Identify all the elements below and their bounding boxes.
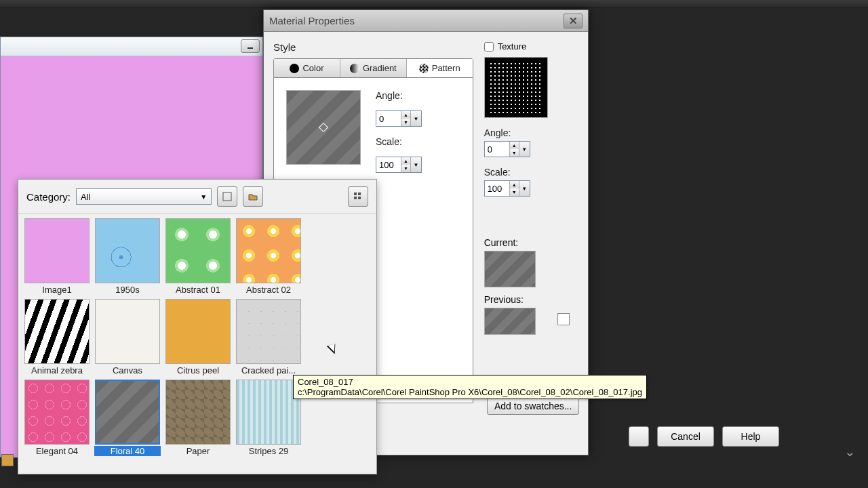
tex-scale-dd-icon[interactable]: ▼ — [519, 181, 530, 196]
thumb-image — [24, 299, 90, 364]
thumb-label: Abstract 02 — [235, 285, 302, 295]
thumb-label: Abstract 01 — [165, 285, 231, 295]
tab-pattern[interactable]: Pattern — [407, 59, 473, 77]
previous-label: Previous: — [484, 294, 578, 305]
grid-icon — [353, 192, 363, 201]
svg-rect-0 — [248, 47, 253, 49]
scale-label: Scale: — [376, 136, 422, 147]
pattern-thumb[interactable]: Paper — [165, 380, 231, 456]
thumb-label: Stripes 29 — [235, 446, 302, 456]
thumb-image — [95, 299, 160, 364]
canvas-titlebar[interactable] — [1, 37, 262, 56]
close-button[interactable]: ✕ — [564, 14, 583, 28]
tex-angle-down-icon[interactable]: ▼ — [510, 149, 519, 157]
tex-scale-field[interactable] — [485, 181, 509, 196]
thumb-label: Paper — [165, 446, 231, 456]
close-icon: ✕ — [569, 15, 578, 27]
thumb-image — [165, 380, 231, 445]
folder-icon — [248, 192, 258, 201]
scale-dropdown-icon[interactable]: ▼ — [410, 157, 421, 172]
app-top-bar — [0, 0, 868, 8]
scale-input[interactable]: ▲▼ ▼ — [376, 157, 422, 173]
view-mode-button-1[interactable] — [217, 186, 237, 207]
cancel-button[interactable]: Cancel — [657, 426, 714, 447]
pattern-preview[interactable] — [286, 90, 361, 165]
thumb-label: Citrus peel — [165, 365, 231, 375]
scale-field[interactable] — [376, 157, 401, 172]
scale-down-icon[interactable]: ▼ — [401, 165, 410, 172]
thumb-label: 1950s — [94, 285, 161, 295]
dialog-button-row: Cancel Help — [629, 426, 779, 447]
tex-angle-field[interactable] — [485, 142, 509, 157]
tex-scale-down-icon[interactable]: ▼ — [510, 188, 519, 196]
tab-color-label: Color — [302, 63, 323, 73]
tex-angle-input[interactable]: ▲▼ ▼ — [484, 141, 530, 157]
thumb-image — [24, 218, 90, 283]
thumb-label: Elegant 04 — [24, 446, 90, 456]
tab-gradient[interactable]: Gradient — [340, 59, 407, 77]
tex-angle-up-icon[interactable]: ▲ — [510, 142, 519, 149]
thumb-label: Image1 — [24, 285, 90, 295]
ok-button-partial[interactable] — [629, 426, 649, 447]
tex-scale-input[interactable]: ▲▼ ▼ — [484, 180, 530, 197]
texture-label: Texture — [498, 41, 527, 52]
texture-preview[interactable] — [484, 57, 548, 118]
tex-scale-up-icon[interactable]: ▲ — [510, 181, 519, 188]
swatch-mode-icon[interactable] — [557, 313, 570, 325]
thumb-image — [236, 299, 301, 364]
thumb-image — [165, 218, 231, 283]
minimize-icon — [246, 42, 254, 50]
mouse-cursor-icon — [330, 342, 339, 357]
current-swatch[interactable] — [484, 251, 536, 287]
angle-field[interactable] — [376, 111, 401, 126]
pattern-thumb[interactable]: Cracked pai... — [235, 299, 302, 375]
pattern-thumb[interactable]: Elegant 04 — [24, 380, 90, 456]
pattern-thumb[interactable]: 1950s — [94, 218, 161, 295]
tab-color[interactable]: Color — [274, 59, 340, 77]
angle-input[interactable]: ▲▼ ▼ — [376, 110, 422, 127]
thumb-image — [95, 380, 160, 445]
pattern-thumb[interactable]: Image1 — [24, 218, 90, 295]
gradient-icon — [350, 64, 359, 73]
pattern-thumb[interactable]: Floral 40 — [94, 380, 161, 456]
scale-up-icon[interactable]: ▲ — [401, 157, 410, 165]
svg-rect-5 — [358, 197, 361, 199]
pattern-thumb[interactable]: Animal zebra — [24, 299, 90, 375]
pattern-thumb[interactable]: Abstract 01 — [165, 218, 231, 295]
svg-rect-3 — [358, 192, 361, 195]
pattern-picker-popup: Category: All ▼ Image11950sAbstract 01Ab… — [18, 179, 377, 474]
pattern-thumb[interactable]: Abstract 02 — [235, 218, 302, 295]
pattern-thumb[interactable]: Stripes 29 — [235, 380, 302, 456]
pattern-thumb[interactable]: Canvas — [94, 299, 161, 375]
angle-dropdown-icon[interactable]: ▼ — [410, 111, 421, 126]
thumb-image — [165, 299, 231, 364]
texture-check-input[interactable] — [484, 42, 494, 52]
svg-rect-4 — [354, 197, 357, 199]
dialog-titlebar[interactable]: Material Properties ✕ — [264, 10, 588, 32]
taskbar-icon[interactable] — [1, 454, 14, 466]
texture-checkbox[interactable]: Texture — [484, 41, 578, 52]
category-label: Category: — [26, 191, 71, 203]
tab-pattern-label: Pattern — [432, 63, 460, 73]
tex-angle-dd-icon[interactable]: ▼ — [519, 142, 530, 157]
style-tabs: Color Gradient Pattern — [273, 58, 473, 78]
thumb-label: Floral 40 — [94, 446, 161, 456]
collapse-chevron-icon[interactable]: ⌄ — [844, 443, 856, 460]
pattern-thumb[interactable]: Citrus peel — [165, 299, 231, 375]
tex-scale-label: Scale: — [484, 167, 578, 178]
angle-up-icon[interactable]: ▲ — [401, 111, 410, 119]
previous-swatch[interactable] — [484, 308, 536, 335]
svg-rect-1 — [223, 192, 231, 201]
category-combo[interactable]: All ▼ — [76, 188, 212, 205]
thumb-label: Cracked pai... — [235, 365, 302, 375]
view-mode-button-2[interactable] — [243, 186, 263, 207]
thumb-label: Animal zebra — [24, 365, 90, 375]
pattern-grid: Image11950sAbstract 01Abstract 02Animal … — [18, 214, 376, 460]
thumb-image — [236, 380, 301, 445]
thumb-image — [236, 218, 301, 283]
grid-view-button[interactable] — [348, 186, 368, 207]
minimize-button[interactable] — [241, 39, 260, 53]
angle-down-icon[interactable]: ▼ — [401, 119, 410, 126]
help-button[interactable]: Help — [722, 426, 779, 447]
add-to-swatches-button[interactable]: Add to swatches... — [487, 397, 579, 415]
